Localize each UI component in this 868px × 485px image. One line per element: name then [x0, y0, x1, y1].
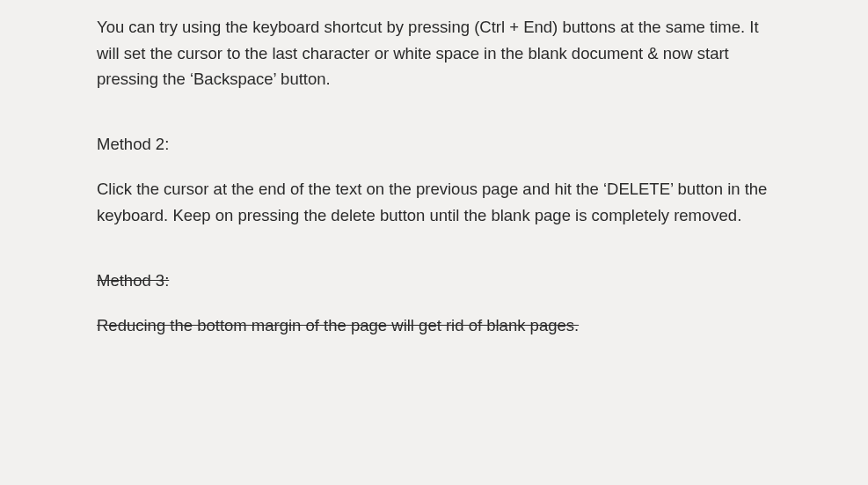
method3-body: Reducing the bottom margin of the page w…: [97, 312, 771, 339]
method3-heading: Method 3:: [97, 268, 771, 294]
method2-heading: Method 2:: [97, 131, 771, 158]
method1-body: You can try using the keyboard shortcut …: [97, 14, 771, 92]
method2-body: Click the cursor at the end of the text …: [97, 176, 771, 228]
document-content: You can try using the keyboard shortcut …: [0, 0, 868, 395]
